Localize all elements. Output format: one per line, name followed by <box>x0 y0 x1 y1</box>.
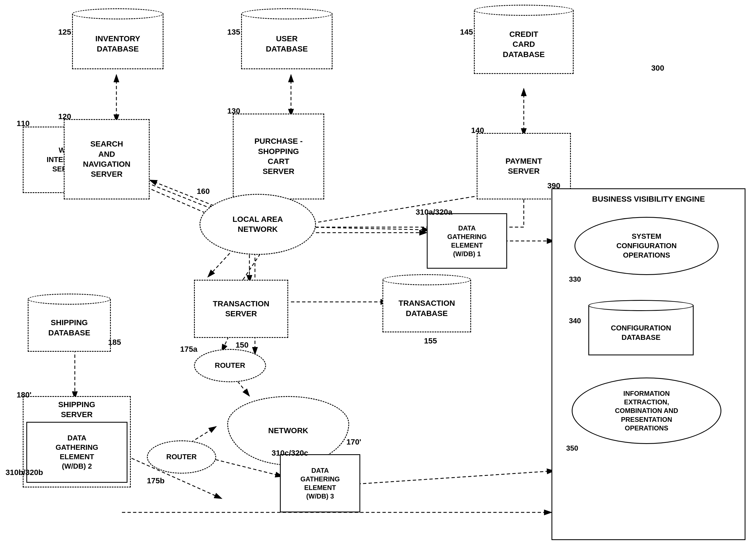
svg-line-24 <box>346 471 554 485</box>
user-database: USERDATABASE <box>241 8 333 69</box>
ref-120: 120 <box>58 112 71 121</box>
config-db: CONFIGURATIONDATABASE <box>588 300 694 355</box>
ref-145: 145 <box>460 28 473 36</box>
ref-175a: 175a <box>180 345 197 354</box>
user-db-top <box>241 8 333 19</box>
ref-155: 155 <box>424 336 437 346</box>
lan: LOCAL AREANETWORK <box>200 194 316 255</box>
ref-390: 390 <box>547 181 560 190</box>
data-gathering-3: DATAGATHERINGELEMENT(W/DB) 3 <box>280 454 360 512</box>
inventory-database: INVENTORYDATABASE <box>72 8 164 69</box>
ref-180: 180' <box>17 391 31 399</box>
data-gathering-1: DATAGATHERINGELEMENT(W/DB) 1 <box>427 213 507 269</box>
ref-140: 140 <box>471 126 484 135</box>
ref-125: 125 <box>58 28 71 36</box>
shipping-db-body: SHIPPINGDATABASE <box>28 299 111 352</box>
ref-300-label: 300 <box>651 64 664 73</box>
ref-130: 130 <box>227 107 240 116</box>
user-db-body: USERDATABASE <box>241 14 333 69</box>
credit-db-body: CREDITCARDDATABASE <box>474 10 574 74</box>
inventory-db-body: INVENTORYDATABASE <box>72 14 164 69</box>
transaction-db-top <box>383 274 471 285</box>
transaction-server: TRANSACTIONSERVER <box>194 280 288 338</box>
ref-310a320a: 310a/320a <box>416 208 452 217</box>
purchase-server: PURCHASE -SHOPPINGCARTSERVER <box>233 114 324 199</box>
inventory-db-top <box>72 8 164 19</box>
business-visibility-engine: BUSINESS VISIBILITY ENGINE SYSTEMCONFIGU… <box>551 188 746 540</box>
credit-card-database: CREDITCARDDATABASE <box>474 5 574 74</box>
ref-150: 150 <box>235 341 248 350</box>
ref-185: 185 <box>108 338 121 347</box>
ref-110: 110 <box>17 119 30 128</box>
architecture-diagram: 300 INVENTORYDATABASE 125 USERDATABASE 1… <box>0 0 756 552</box>
router-175b: ROUTER <box>147 440 216 473</box>
ref-135: 135 <box>227 28 240 36</box>
ref-310c320c: 310c/320c <box>272 449 308 457</box>
ref-170: 170' <box>346 438 361 446</box>
router-175a: ROUTER <box>194 349 266 382</box>
transaction-db-body: TRANSACTIONDATABASE <box>383 280 471 332</box>
ref-310b320b: 310b/320b <box>6 468 43 477</box>
credit-db-top <box>474 5 574 16</box>
ref-175b: 175b <box>147 476 165 485</box>
svg-line-14 <box>308 227 430 230</box>
search-nav-server: SEARCHANDNAVIGATIONSERVER <box>64 119 150 199</box>
transaction-database: TRANSACTIONDATABASE <box>383 274 471 332</box>
shipping-db-top <box>28 294 111 305</box>
shipping-database: SHIPPINGDATABASE <box>28 294 111 352</box>
ref-160: 160 <box>197 187 210 196</box>
